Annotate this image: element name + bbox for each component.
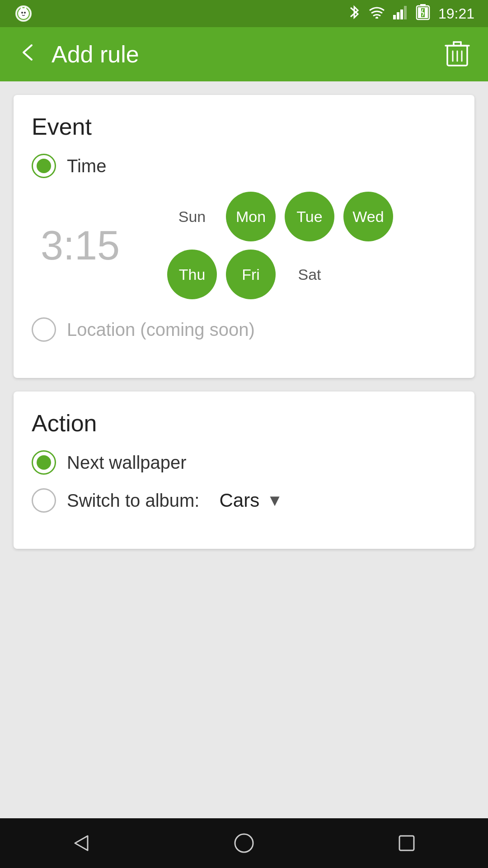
svg-rect-11 (404, 6, 407, 19)
location-radio-button[interactable] (32, 317, 56, 342)
svg-point-7 (375, 17, 378, 19)
next-wallpaper-radio-button[interactable] (32, 450, 56, 475)
time-radio-row[interactable]: Time (32, 154, 456, 178)
day-mon[interactable]: Mon (226, 192, 276, 241)
switch-album-radio-row[interactable]: Switch to album: Cars ▼ (32, 488, 456, 513)
svg-rect-29 (399, 836, 414, 850)
delete-button[interactable] (445, 39, 470, 69)
location-radio-row[interactable]: Location (coming soon) (32, 317, 456, 342)
time-display: 19:21 (438, 5, 474, 22)
day-wed[interactable]: Wed (343, 192, 393, 241)
next-wallpaper-label: Next wallpaper (67, 453, 187, 473)
time-days-section: 3:15 Sun Mon Tue Wed Thu Fri Sat (41, 192, 456, 299)
back-button[interactable] (18, 41, 38, 68)
event-card: Event Time 3:15 Sun Mon Tue Wed Thu (14, 95, 474, 378)
next-wallpaper-radio-inner (37, 455, 51, 470)
album-dropdown[interactable]: Cars ▼ (219, 490, 282, 511)
day-fri[interactable]: Fri (226, 250, 276, 299)
toolbar-left: Add rule (18, 41, 139, 68)
action-card-title: Action (32, 410, 456, 437)
status-bar: 19:21 (0, 0, 488, 27)
wifi-icon (369, 6, 385, 22)
switch-album-radio-button[interactable] (32, 488, 56, 513)
nav-recents-button[interactable] (389, 825, 425, 861)
svg-rect-10 (400, 9, 403, 19)
time-value[interactable]: 3:15 (41, 222, 149, 269)
bluetooth-icon (348, 4, 361, 24)
signal-icon (393, 5, 408, 23)
switch-album-label: Switch to album: (67, 491, 199, 511)
svg-rect-8 (393, 15, 396, 19)
svg-point-5 (21, 12, 23, 14)
svg-rect-13 (420, 4, 426, 6)
event-card-title: Event (32, 113, 456, 140)
days-container: Sun Mon Tue Wed Thu Fri Sat (167, 192, 393, 299)
bottom-nav (0, 818, 488, 868)
location-radio-label: Location (coming soon) (67, 320, 255, 340)
toolbar-title: Add rule (52, 41, 139, 68)
album-value: Cars (219, 490, 259, 511)
next-wallpaper-radio-row[interactable]: Next wallpaper (32, 450, 456, 475)
svg-marker-27 (75, 836, 88, 850)
time-radio-button[interactable] (32, 154, 56, 178)
status-bar-right: 19:21 (348, 4, 474, 24)
svg-point-6 (24, 12, 26, 14)
days-row-2: Thu Fri Sat (167, 250, 393, 299)
action-card: Action Next wallpaper Switch to album: C… (14, 392, 474, 549)
nav-back-button[interactable] (63, 825, 99, 861)
cat-icon (14, 4, 33, 24)
days-row-1: Sun Mon Tue Wed (167, 192, 393, 241)
spacer (0, 684, 488, 818)
time-radio-inner (37, 159, 51, 173)
dropdown-arrow-icon[interactable]: ▼ (267, 491, 283, 510)
battery-icon (416, 4, 430, 24)
day-thu[interactable]: Thu (167, 250, 217, 299)
svg-rect-9 (397, 12, 399, 19)
time-radio-label: Time (67, 156, 106, 176)
day-sat[interactable]: Sat (285, 250, 334, 299)
day-tue[interactable]: Tue (285, 192, 334, 241)
day-sun[interactable]: Sun (167, 192, 217, 241)
toolbar: Add rule (0, 27, 488, 81)
status-bar-left (14, 4, 33, 24)
svg-point-28 (235, 834, 253, 852)
nav-home-button[interactable] (226, 825, 262, 861)
svg-point-2 (18, 8, 29, 19)
main-content: Event Time 3:15 Sun Mon Tue Wed Thu (0, 81, 488, 684)
